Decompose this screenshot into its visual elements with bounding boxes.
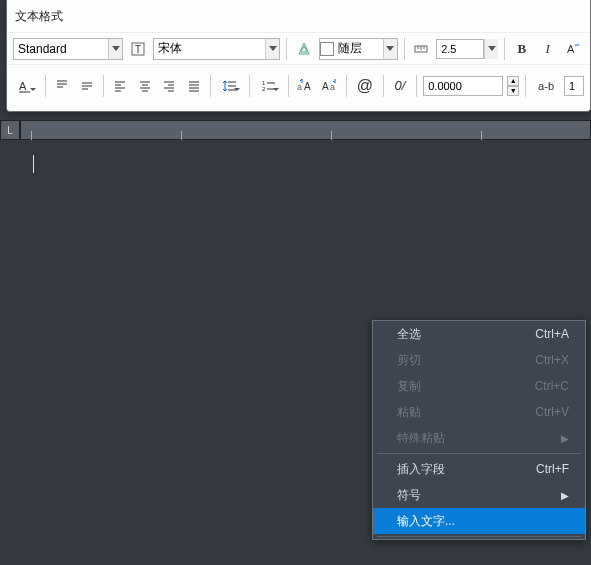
panel-title: 文本格式	[7, 0, 590, 32]
menu-separator	[377, 536, 581, 537]
text-style-combo[interactable]: Standard	[13, 38, 123, 60]
tracking-spinner[interactable]: ▲ ▼	[507, 76, 519, 96]
svg-text:T: T	[135, 44, 141, 55]
menu-label: 剪切	[397, 352, 421, 369]
one-input[interactable]	[564, 76, 584, 96]
align-left-button[interactable]	[110, 75, 131, 97]
menu-copy: 复制 Ctrl+C	[373, 373, 585, 399]
align-justify-button[interactable]	[183, 75, 204, 97]
menu-import-text[interactable]: 输入文字...	[373, 508, 585, 534]
annotative-icon[interactable]	[293, 38, 315, 60]
separator	[416, 75, 417, 97]
justify-top-button[interactable]	[52, 75, 73, 97]
svg-text:A: A	[19, 80, 27, 92]
align-center-button[interactable]	[134, 75, 155, 97]
text-height-button[interactable]: A	[13, 75, 39, 97]
font-extra-button[interactable]: A	[562, 38, 584, 60]
chevron-down-icon	[108, 39, 122, 59]
separator	[525, 75, 526, 97]
menu-cut: 剪切 Ctrl+X	[373, 347, 585, 373]
text-icon-button[interactable]: T	[127, 38, 149, 60]
lineweight-box[interactable]	[436, 38, 498, 60]
submenu-arrow-icon: ▶	[561, 433, 569, 444]
numbering-button[interactable]: 12	[256, 75, 282, 97]
menu-label: 输入文字...	[397, 513, 455, 530]
align-right-button[interactable]	[159, 75, 180, 97]
italic-button[interactable]: I	[537, 38, 559, 60]
spin-up-icon[interactable]: ▲	[507, 76, 519, 86]
chevron-down-icon	[484, 39, 498, 59]
separator	[286, 38, 287, 60]
menu-insert-field[interactable]: 插入字段 Ctrl+F	[373, 456, 585, 482]
lineweight-input[interactable]	[436, 39, 484, 59]
ruler-toggle-icon[interactable]	[411, 38, 433, 60]
separator	[383, 75, 384, 97]
separator	[249, 75, 250, 97]
menu-label: 符号	[397, 487, 421, 504]
menu-symbol[interactable]: 符号 ▶	[373, 482, 585, 508]
menu-shortcut: Ctrl+V	[535, 405, 569, 419]
menu-paste: 粘贴 Ctrl+V	[373, 399, 585, 425]
color-combo[interactable]: 随层	[319, 38, 398, 60]
chevron-down-icon	[383, 39, 397, 59]
text-cursor	[33, 155, 34, 173]
svg-text:2: 2	[262, 86, 266, 92]
uppercase-button[interactable]: aA	[295, 75, 316, 97]
menu-label: 复制	[397, 378, 421, 395]
separator	[103, 75, 104, 97]
menu-label: 粘贴	[397, 404, 421, 421]
ruler-horizontal[interactable]	[20, 120, 591, 140]
menu-shortcut: Ctrl+C	[535, 379, 569, 393]
tracking-input[interactable]	[423, 76, 503, 96]
separator	[210, 75, 211, 97]
svg-text:A: A	[322, 81, 329, 92]
title-text: 文本格式	[15, 8, 63, 25]
separator	[346, 75, 347, 97]
text-format-panel: 文本格式 Standard T 宋体 随层 B I A A	[6, 0, 591, 112]
oblique-button[interactable]: 0/	[390, 75, 411, 97]
menu-label: 特殊粘贴	[397, 430, 445, 447]
bold-button[interactable]: B	[511, 38, 533, 60]
toolbar-row-1: Standard T 宋体 随层 B I A	[7, 32, 590, 64]
separator	[504, 38, 505, 60]
line-spacing-button[interactable]	[217, 75, 243, 97]
justify-middle-button[interactable]	[76, 75, 97, 97]
toolbar-row-2: A 12 aA Aa @ 0/ ▲ ▼ a-b	[7, 64, 590, 106]
symbol-at-button[interactable]: @	[353, 75, 377, 97]
svg-text:a: a	[297, 82, 302, 92]
svg-text:a: a	[330, 82, 335, 92]
svg-text:A: A	[567, 43, 575, 55]
menu-label: 全选	[397, 326, 421, 343]
menu-label: 插入字段	[397, 461, 445, 478]
menu-separator	[377, 453, 581, 454]
submenu-arrow-icon: ▶	[561, 490, 569, 501]
spin-down-icon[interactable]: ▼	[507, 86, 519, 96]
context-menu: 全选 Ctrl+A 剪切 Ctrl+X 复制 Ctrl+C 粘贴 Ctrl+V …	[372, 320, 586, 540]
menu-paste-special: 特殊粘贴 ▶	[373, 425, 585, 451]
menu-select-all[interactable]: 全选 Ctrl+A	[373, 321, 585, 347]
lowercase-button[interactable]: Aa	[319, 75, 340, 97]
font-family-combo[interactable]: 宋体	[153, 38, 281, 60]
menu-shortcut: Ctrl+F	[536, 462, 569, 476]
color-swatch	[320, 42, 334, 56]
menu-shortcut: Ctrl+A	[535, 327, 569, 341]
svg-text:A: A	[304, 81, 311, 92]
menu-shortcut: Ctrl+X	[535, 353, 569, 367]
separator	[288, 75, 289, 97]
ab-spacing-button[interactable]: a-b	[532, 75, 560, 97]
chevron-down-icon	[265, 39, 279, 59]
separator	[404, 38, 405, 60]
ruler-corner: L	[0, 120, 20, 140]
separator	[45, 75, 46, 97]
